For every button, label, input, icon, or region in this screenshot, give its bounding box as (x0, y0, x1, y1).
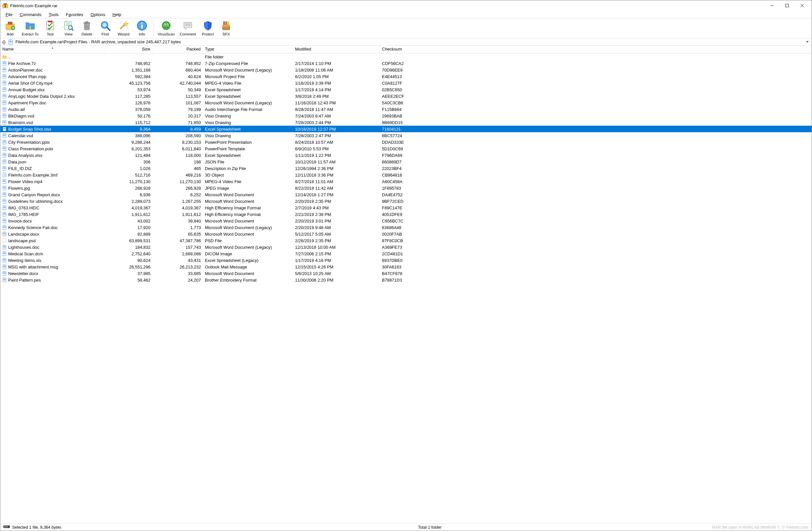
file-row[interactable]: Calendar.vsd388,096208,590Visio Drawing7… (0, 132, 812, 139)
menu-options[interactable]: Options (87, 12, 108, 18)
menu-commands[interactable]: Commands (16, 12, 45, 18)
column-header-checksum[interactable]: Checksum (380, 46, 812, 53)
file-row[interactable]: Audio.aif376,05879,199Audio Interchange … (0, 106, 812, 113)
file-row[interactable]: Advanced Plan.mpp592,38440,624Microsoft … (0, 73, 812, 80)
file-packed: 465 (153, 166, 203, 171)
column-header-packed[interactable]: Packed (153, 46, 203, 53)
column-header-name[interactable]: Name▴ (0, 46, 105, 53)
file-row[interactable]: File Archive.7z748,952748,9527-Zip Compr… (0, 60, 812, 67)
file-row[interactable]: Guidelines for ublishing.docx2,289,0731,… (0, 198, 812, 205)
file-row[interactable]: FILE_ID.DIZ1,026465Description in Zip Fi… (0, 165, 812, 172)
column-header-type[interactable]: Type (203, 46, 293, 53)
file-row[interactable]: Data.json306198JSON File10/12/2018 11:57… (0, 158, 812, 165)
file-packed: 748,952 (153, 61, 203, 66)
delete-icon (81, 20, 93, 31)
file-row[interactable]: Kennedy Science Fair.doc17,9201,773Micro… (0, 224, 812, 231)
menu-favorites[interactable]: Favorites (63, 12, 87, 18)
file-name: .. (8, 55, 11, 59)
column-header-row: Name▴ Size Packed Type Modified Checksum (0, 46, 812, 54)
file-checksum: A60C458A (380, 179, 812, 184)
menu-file[interactable]: File (2, 12, 16, 18)
file-packed: 43,431 (153, 258, 203, 263)
file-row[interactable]: IMG_0763.HEIC4,019,3674,019,367High Effi… (0, 205, 812, 211)
file-row[interactable]: landscape.psd63,899,53147,387,786PSD Fil… (0, 237, 812, 244)
sfx-button[interactable]: SFX (218, 19, 235, 37)
watermark-text: .RAR file open in RARLAB WinRAR 7. © Fil… (708, 525, 812, 530)
file-name: Annual Budget.xlsx (8, 87, 45, 92)
file-icon (2, 159, 7, 164)
file-type: Excel Spreadsheet (Legacy) (203, 258, 293, 263)
menu-help[interactable]: Help (109, 12, 125, 18)
file-modified: 7/28/2003 2:44 PM (293, 120, 380, 125)
wizard-button[interactable]: Wizard (115, 19, 132, 37)
toolbar-separator (153, 20, 154, 36)
column-header-size[interactable]: Size (105, 46, 153, 53)
file-name: Brainstm.vsd (8, 120, 33, 125)
file-size: 1,911,612 (105, 212, 153, 217)
file-modified: 1/16/2019 3:39 PM (293, 81, 380, 86)
file-row[interactable]: Class Presentation.potx6,201,3536,011,84… (0, 145, 812, 152)
file-row[interactable]: Data Analysis.xlsx121,494118,000Excel Sp… (0, 152, 812, 158)
file-row[interactable]: Lighthouses.doc184,832157,743Microsoft W… (0, 244, 812, 250)
info-button[interactable]: Info (133, 19, 150, 37)
file-checksum: 22023BF4 (380, 166, 812, 171)
file-list[interactable]: ..File folderFile Archive.7z748,952748,9… (0, 54, 812, 523)
file-row[interactable]: Medical Scan.dcm2,752,6402,689,086DICOM … (0, 250, 812, 257)
file-row[interactable]: Invoice.docx43,00239,840Microsoft Word D… (0, 218, 812, 224)
file-row[interactable]: Flower Video.mp411,270,13011,270,130MPEG… (0, 178, 812, 185)
file-packed: 20,317 (153, 114, 203, 118)
view-button[interactable]: View (60, 19, 77, 37)
up-one-level-button[interactable] (2, 40, 6, 44)
file-row[interactable]: Paint Pattern.pes58,46224,207Brother Emb… (0, 277, 812, 283)
file-row[interactable]: AnyLogic Model Data Output 2.xlsx117,285… (0, 93, 812, 99)
file-name: IMG_0763.HEIC (8, 206, 39, 210)
file-row[interactable]: Aerial Shot Of City.mp445,123,75642,740,… (0, 80, 812, 86)
find-button[interactable]: Find (97, 19, 114, 37)
file-checksum: 4051DFE9 (380, 212, 812, 217)
file-row[interactable]: Flowers.jpg266,928266,928JPEG Image8/22/… (0, 185, 812, 191)
file-size: 6,936 (105, 192, 153, 197)
file-packed: 469,216 (153, 173, 203, 178)
extract-button[interactable]: Extract To (20, 19, 40, 37)
comment-button[interactable]: Comment (178, 19, 198, 37)
close-button[interactable] (795, 0, 810, 11)
file-checksum: F89C147E (380, 206, 812, 210)
column-header-modified[interactable]: Modified (293, 46, 380, 53)
file-row[interactable]: Apartment Flyer.doc126,976101,087Microso… (0, 99, 812, 106)
delete-button[interactable]: Delete (78, 19, 96, 37)
file-packed: 208,590 (153, 133, 203, 138)
file-type: JPEG Image (203, 186, 293, 191)
add-button[interactable]: Add (2, 19, 19, 37)
file-row[interactable]: Newsletter.docx37,98533,685Microsoft Wor… (0, 270, 812, 277)
menu-tools[interactable]: Tools (45, 12, 62, 18)
file-row[interactable]: Budget Snap Shot.xlsx9,3648,459Excel Spr… (0, 126, 812, 132)
file-row[interactable]: Brainstm.vsd115,71271,850Visio Drawing7/… (0, 119, 812, 126)
file-row[interactable]: Annual Budget.xlsx53,97450,349Excel Spre… (0, 86, 812, 93)
file-row[interactable]: BlkDiagm.vsd50,17620,317Visio Drawing7/2… (0, 113, 812, 119)
test-button[interactable]: Test (42, 19, 59, 37)
file-row[interactable]: ActionPlanner.doc1,351,168660,404Microso… (0, 67, 812, 73)
file-size: 184,832 (105, 245, 153, 250)
parent-folder-row[interactable]: ..File folder (0, 54, 812, 60)
minimize-button[interactable] (765, 0, 780, 11)
virusscan-button[interactable]: VirusScan (156, 19, 176, 37)
file-size: 388,096 (105, 133, 153, 138)
file-modified: 5/12/2017 5:05 AM (293, 232, 380, 237)
file-row[interactable]: Meeting Items.xls90,62443,431Excel Sprea… (0, 257, 812, 264)
file-row[interactable]: Grand Canyon Report.docx6,9366,252Micros… (0, 191, 812, 198)
file-icon (2, 245, 7, 249)
file-row[interactable]: Landscape.docx92,88965,635Microsoft Word… (0, 231, 812, 237)
address-dropdown-button[interactable] (804, 39, 810, 44)
file-size: 2,289,073 (105, 199, 153, 204)
file-row[interactable]: FileInfo.com Example.3mf512,716469,2163D… (0, 172, 812, 178)
maximize-button[interactable] (780, 0, 795, 11)
file-row[interactable]: City Presentation.pptx9,288,2449,230,153… (0, 139, 812, 145)
file-icon (2, 146, 7, 151)
file-row[interactable]: IMG_1785.HEIF1,911,6121,911,612High Effi… (0, 211, 812, 218)
address-path[interactable]: FileInfo.com Example.rar\Project Files -… (15, 39, 802, 44)
file-packed: 33,685 (153, 271, 203, 276)
file-row[interactable]: MSG with attachment.msg26,551,29626,213,… (0, 264, 812, 270)
file-modified: 6/9/2010 5:53 PM (293, 146, 380, 151)
protect-button[interactable]: Protect (199, 19, 216, 37)
toolbar: AddExtract ToTestViewDeleteFindWizardInf… (0, 18, 812, 38)
